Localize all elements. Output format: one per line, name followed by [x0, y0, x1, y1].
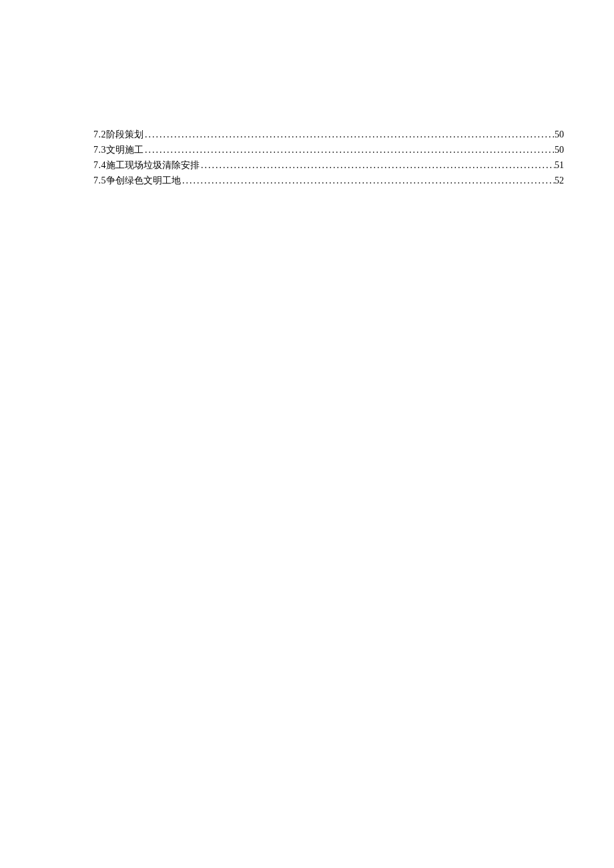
toc-leader-dots	[143, 127, 555, 142]
toc-section-number: 7.5	[93, 173, 106, 188]
toc-section-number: 7.3	[93, 142, 106, 157]
toc-leader-dots	[181, 173, 555, 188]
toc-page-number: 52	[555, 173, 564, 188]
toc-section-number: 7.2	[93, 127, 106, 142]
toc-section-title: 文明施工	[106, 142, 143, 157]
toc-entry: 7.3 文明施工 50	[93, 142, 564, 157]
toc-section-number: 7.4	[93, 157, 106, 173]
toc-page-number: 50	[555, 127, 564, 142]
toc-entry: 7.4 施工现场垃圾清除安排 51	[93, 157, 564, 173]
toc-entry: 7.2 阶段策划 50	[93, 127, 564, 142]
toc-section-title: 阶段策划	[106, 127, 143, 142]
table-of-contents: 7.2 阶段策划 50 7.3 文明施工 50 7.4 施工现场垃圾清除安排 5…	[93, 127, 564, 188]
toc-section-title: 争创绿色文明工地	[106, 173, 181, 188]
toc-leader-dots	[143, 142, 555, 157]
toc-page-number: 51	[555, 157, 564, 173]
toc-leader-dots	[200, 157, 555, 173]
toc-entry: 7.5 争创绿色文明工地 52	[93, 173, 564, 188]
toc-section-title: 施工现场垃圾清除安排	[106, 157, 200, 173]
toc-page-number: 50	[555, 142, 564, 157]
